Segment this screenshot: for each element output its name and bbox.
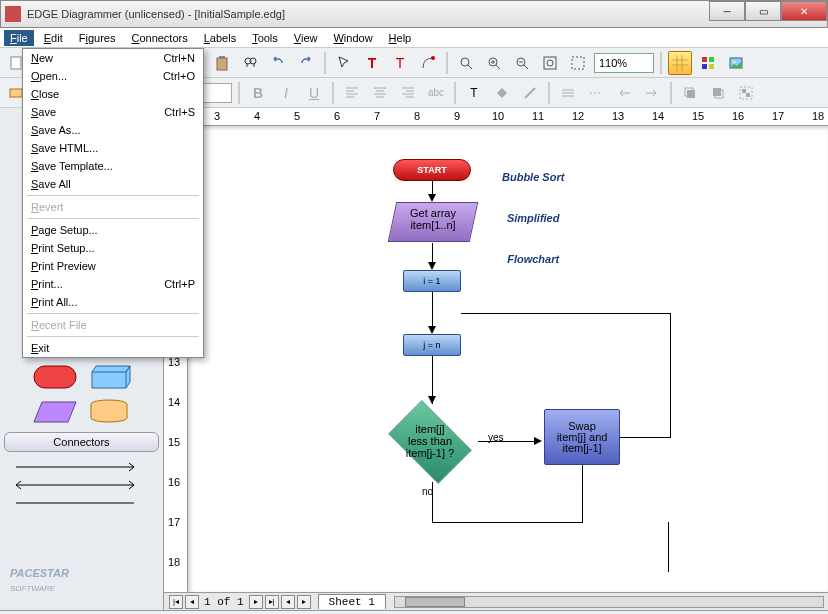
sheet-tabs-bar: |◂ ◂ 1 of 1 ▸ ▸| ◂ ▸ Sheet 1 — [164, 592, 828, 610]
menu-view[interactable]: View — [288, 30, 324, 46]
line-style-icon[interactable] — [556, 81, 580, 105]
menu-window[interactable]: Window — [327, 30, 378, 46]
first-page-button[interactable]: |◂ — [169, 595, 183, 609]
menu-edit[interactable]: Edit — [38, 30, 69, 46]
file-menu-printsetup[interactable]: Print Setup... — [23, 239, 203, 257]
sheet-tab[interactable]: Sheet 1 — [318, 594, 386, 609]
last-page-button[interactable]: ▸| — [265, 595, 279, 609]
menu-figures[interactable]: Figures — [73, 30, 122, 46]
align-right-icon[interactable] — [396, 81, 420, 105]
menu-tools[interactable]: Tools — [246, 30, 284, 46]
arrow-start-icon[interactable] — [612, 81, 636, 105]
flow-start[interactable]: START — [393, 159, 471, 181]
flow-swap[interactable]: Swapitem[j] anditem[j-1] — [544, 409, 620, 465]
file-menu-close[interactable]: Close — [23, 85, 203, 103]
file-menu-saveas[interactable]: Save As... — [23, 121, 203, 139]
zoom-region-icon[interactable] — [566, 51, 590, 75]
line-color-icon[interactable] — [518, 81, 542, 105]
file-menu-saveall[interactable]: Save All — [23, 175, 203, 193]
flow-j-eq[interactable]: j = n — [403, 334, 461, 356]
italic-icon[interactable]: I — [274, 81, 298, 105]
svg-rect-38 — [746, 93, 750, 97]
zoom-input[interactable] — [594, 53, 654, 73]
pointer-icon[interactable] — [332, 51, 356, 75]
zoom-out-icon[interactable] — [510, 51, 534, 75]
image-tool-icon[interactable] — [724, 51, 748, 75]
palette-cube[interactable] — [86, 364, 132, 390]
palette-rounded-rect[interactable] — [32, 364, 78, 390]
paste-icon[interactable] — [210, 51, 234, 75]
svg-rect-23 — [709, 57, 714, 62]
align-center-icon[interactable] — [368, 81, 392, 105]
dash-style-icon[interactable] — [584, 81, 608, 105]
underline-icon[interactable]: U — [302, 81, 326, 105]
text-label-icon[interactable]: abc — [424, 81, 448, 105]
group-icon[interactable] — [734, 81, 758, 105]
palette-cylinder[interactable] — [86, 398, 132, 424]
svg-rect-39 — [34, 366, 76, 388]
align-left-icon[interactable] — [340, 81, 364, 105]
front-icon[interactable] — [678, 81, 702, 105]
flow-i-eq[interactable]: i = 1 — [403, 270, 461, 292]
connector-arrow-right[interactable] — [12, 460, 151, 478]
tab-prev-button[interactable]: ◂ — [281, 595, 295, 609]
redo-icon[interactable] — [294, 51, 318, 75]
svg-rect-37 — [742, 89, 746, 93]
color-tool-icon[interactable] — [696, 51, 720, 75]
connectors-header[interactable]: Connectors — [4, 432, 159, 452]
menu-connectors[interactable]: Connectors — [125, 30, 193, 46]
svg-rect-21 — [572, 57, 584, 69]
zoom-in-icon[interactable] — [482, 51, 506, 75]
minimize-button[interactable]: ─ — [709, 1, 745, 21]
connector-list — [0, 454, 163, 520]
svg-rect-11 — [217, 58, 227, 70]
svg-rect-19 — [544, 57, 556, 69]
file-menu-savehtml[interactable]: Save HTML... — [23, 139, 203, 157]
file-menu-new[interactable]: NewCtrl+N — [23, 49, 203, 67]
svg-rect-24 — [702, 64, 707, 69]
undo-icon[interactable] — [266, 51, 290, 75]
connector-arrow-both[interactable] — [12, 478, 151, 496]
connector-line[interactable] — [12, 496, 151, 514]
horizontal-scrollbar[interactable] — [394, 596, 824, 608]
app-icon — [5, 6, 21, 22]
next-page-button[interactable]: ▸ — [249, 595, 263, 609]
text-bold-red-icon[interactable]: T — [360, 51, 384, 75]
zoom-icon[interactable] — [454, 51, 478, 75]
file-menu-savetemplate[interactable]: Save Template... — [23, 157, 203, 175]
maximize-button[interactable]: ▭ — [745, 1, 781, 21]
arrow-end-icon[interactable] — [640, 81, 664, 105]
svg-rect-32 — [687, 90, 695, 98]
connector-tool-icon[interactable] — [416, 51, 440, 75]
zoom-fit-icon[interactable] — [538, 51, 562, 75]
canvas[interactable]: Bubble Sort Simplified Flowchart START G… — [188, 126, 828, 592]
file-menu-open[interactable]: Open...Ctrl+O — [23, 67, 203, 85]
palette-parallelogram[interactable] — [32, 398, 78, 424]
text-red-icon[interactable]: T — [388, 51, 412, 75]
fill-color-icon[interactable] — [490, 81, 514, 105]
menubar: File Edit Figures Connectors Labels Tool… — [0, 28, 828, 48]
flow-decision-text: item[j]less thanitem[j-1] ? — [390, 424, 470, 460]
shape-palette — [0, 358, 163, 430]
diagram-title: Bubble Sort Simplified Flowchart — [502, 154, 564, 277]
text-color-icon[interactable]: T — [462, 81, 486, 105]
prev-page-button[interactable]: ◂ — [185, 595, 199, 609]
file-menu-pagesetup[interactable]: Page Setup... — [23, 221, 203, 239]
svg-point-20 — [547, 60, 553, 66]
file-menu-print[interactable]: Print...Ctrl+P — [23, 275, 203, 293]
grid-icon[interactable] — [668, 51, 692, 75]
close-button[interactable]: ✕ — [781, 1, 827, 21]
menu-help[interactable]: Help — [383, 30, 418, 46]
file-menu-save[interactable]: SaveCtrl+S — [23, 103, 203, 121]
back-icon[interactable] — [706, 81, 730, 105]
bold-icon[interactable]: B — [246, 81, 270, 105]
statusbar: 110% NUM — [0, 610, 828, 614]
menu-labels[interactable]: Labels — [198, 30, 242, 46]
file-menu-printpreview[interactable]: Print Preview — [23, 257, 203, 275]
find-icon[interactable] — [238, 51, 262, 75]
tab-next-button[interactable]: ▸ — [297, 595, 311, 609]
file-menu-exit[interactable]: Exit — [23, 339, 203, 357]
menu-file[interactable]: File — [4, 30, 34, 46]
file-menu-printall[interactable]: Print All... — [23, 293, 203, 311]
file-menu-revert: Revert — [23, 198, 203, 216]
